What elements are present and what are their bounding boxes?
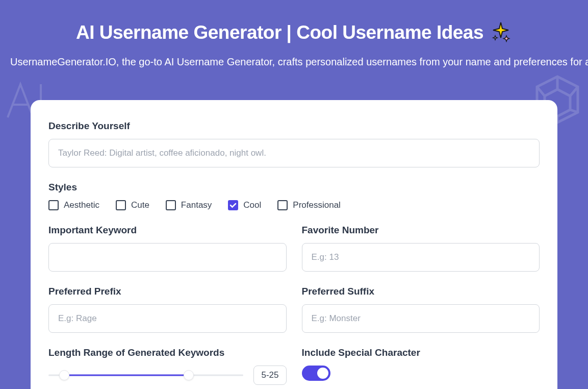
style-cute-checkbox[interactable]: Cute <box>116 200 149 210</box>
page-title: AI Username Generator | Cool Username Id… <box>76 22 483 43</box>
checkbox-label: Cool <box>243 200 261 210</box>
prefix-label: Preferred Prefix <box>48 286 287 297</box>
length-range-slider[interactable] <box>48 370 243 380</box>
keyword-label: Important Keyword <box>48 225 287 236</box>
checkbox-label: Professional <box>293 200 341 210</box>
special-char-label: Include Special Character <box>302 347 540 358</box>
prefix-input[interactable] <box>48 304 287 333</box>
range-fill <box>64 375 189 376</box>
checkbox-icon <box>116 200 126 210</box>
toggle-knob <box>317 368 328 379</box>
checkbox-icon <box>228 200 238 210</box>
keyword-input[interactable] <box>48 243 287 272</box>
suffix-label: Preferred Suffix <box>302 286 540 297</box>
range-value-display: 5-25 <box>253 366 286 385</box>
checkbox-label: Aesthetic <box>64 200 99 210</box>
style-fantasy-checkbox[interactable]: Fantasy <box>166 200 212 210</box>
suffix-input[interactable] <box>302 304 540 333</box>
sparkle-icon <box>490 20 512 45</box>
page-header: AI Username Generator | Cool Username Id… <box>0 0 588 85</box>
range-thumb-min[interactable] <box>59 370 69 380</box>
describe-label: Describe Yourself <box>48 120 540 132</box>
checkbox-icon <box>48 200 59 210</box>
checkbox-icon <box>277 200 288 210</box>
special-char-toggle[interactable] <box>302 366 330 381</box>
number-input[interactable] <box>302 243 540 272</box>
checkbox-label: Cute <box>131 200 149 210</box>
number-label: Favorite Number <box>302 225 540 236</box>
generator-form-card: Describe Yourself Styles Aesthetic Cute <box>31 100 557 389</box>
range-label: Length Range of Generated Keywords <box>48 347 287 358</box>
styles-label: Styles <box>48 182 540 193</box>
style-aesthetic-checkbox[interactable]: Aesthetic <box>48 200 99 210</box>
describe-input[interactable] <box>48 139 540 167</box>
style-cool-checkbox[interactable]: Cool <box>228 200 261 210</box>
checkbox-icon <box>166 200 176 210</box>
page-subtitle: UsernameGenerator.IO, the go-to AI Usern… <box>10 54 578 69</box>
style-professional-checkbox[interactable]: Professional <box>277 200 341 210</box>
checkbox-label: Fantasy <box>181 200 212 210</box>
range-thumb-max[interactable] <box>184 370 194 380</box>
